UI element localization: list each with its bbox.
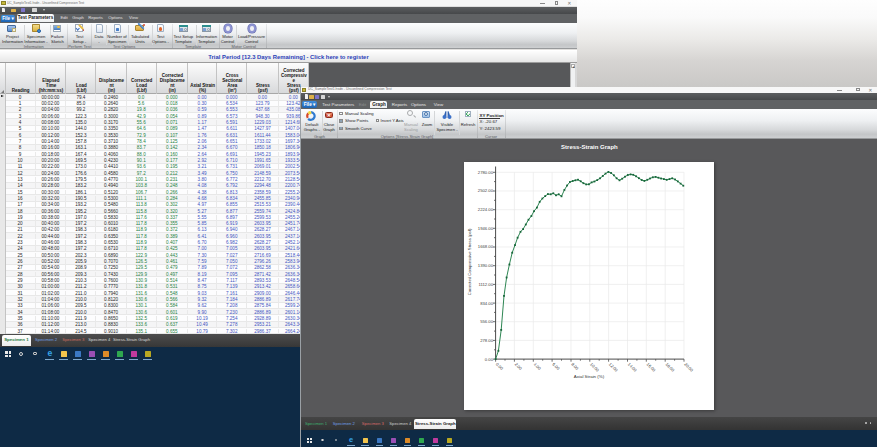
svg-text:6.00: 6.00 [551,362,561,372]
svg-text:18.00: 18.00 [664,362,675,373]
svg-text:834.00: 834.00 [480,301,493,306]
svg-text:14.00: 14.00 [627,362,638,373]
svg-text:16.00: 16.00 [645,362,656,373]
svg-text:1946.00: 1946.00 [478,226,494,231]
svg-text:2224.00: 2224.00 [478,207,494,212]
svg-text:4.00: 4.00 [532,362,542,372]
svg-text:Corrected Compressive Stress (: Corrected Compressive Stress (psf) [467,228,472,295]
svg-text:20.00: 20.00 [683,362,694,373]
svg-text:1390.00: 1390.00 [478,263,494,268]
svg-text:0.00: 0.00 [485,357,494,362]
svg-text:Axial Strain (%): Axial Strain (%) [574,374,605,379]
svg-text:0.00: 0.00 [495,362,505,372]
svg-text:2502.00: 2502.00 [478,189,494,194]
svg-text:12.00: 12.00 [608,362,619,373]
svg-text:1668.00: 1668.00 [478,245,494,250]
svg-text:8.00: 8.00 [570,362,580,372]
svg-text:278.00: 278.00 [480,338,493,343]
svg-text:556.00: 556.00 [480,319,493,324]
svg-text:1112.00: 1112.00 [478,282,493,287]
svg-text:2780.00: 2780.00 [478,170,494,175]
svg-text:2.00: 2.00 [513,362,523,372]
svg-text:10.00: 10.00 [589,362,600,373]
